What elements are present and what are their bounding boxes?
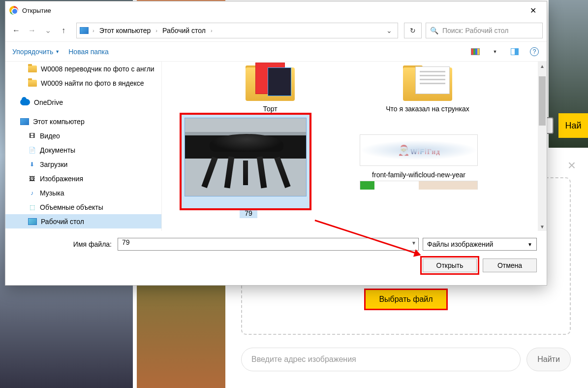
file-item-folder[interactable]: Что я заказал на струнках — [359, 62, 496, 115]
document-icon: 📄 — [28, 146, 36, 154]
sidebar-item-desktop[interactable]: Рабочий стол — [5, 214, 161, 228]
pane-icon — [511, 48, 519, 55]
sidebar-item-label: Рабочий стол — [41, 218, 84, 226]
choose-file-button[interactable]: Выбрать файл — [364, 289, 448, 310]
sidebar-item-music[interactable]: ♪ Музыка — [5, 186, 161, 200]
image-url-input[interactable]: Введите адрес изображения — [241, 348, 521, 371]
folder-thumbnail — [391, 62, 464, 101]
find-button[interactable]: Найти — [526, 348, 571, 371]
new-folder-button[interactable]: Новая папка — [68, 48, 109, 56]
scroll-up-arrow[interactable]: ▲ — [538, 62, 547, 70]
breadcrumb-dropdown[interactable]: ⌄ — [384, 27, 395, 34]
cube-icon: ⬚ — [28, 203, 36, 211]
help-icon: ? — [530, 47, 539, 56]
sidebar-item-label: Изображения — [40, 175, 83, 183]
folder-thumbnail — [233, 62, 307, 101]
pc-icon — [20, 118, 29, 125]
scroll-down-arrow[interactable]: ▼ — [538, 222, 547, 231]
sidebar-item-label: Объемные объекты — [40, 203, 103, 211]
sidebar-item-3dobjects[interactable]: ⬚ Объемные объекты — [5, 200, 161, 214]
chrome-icon — [9, 6, 18, 15]
file-item-folder[interactable]: Торт — [201, 62, 339, 115]
nav-history-dropdown[interactable]: ⌄ — [41, 24, 55, 37]
dialog-close-button[interactable]: ✕ — [523, 3, 543, 18]
view-dropdown[interactable]: ▼ — [490, 46, 500, 57]
thumbnails-icon — [471, 48, 480, 55]
sidebar-item-thispc[interactable]: Этот компьютер — [5, 114, 161, 129]
scrollbar[interactable]: ▲ ▼ — [538, 62, 547, 231]
sidebar-item-folder[interactable]: W0008 переводчик по фото с англи — [5, 62, 161, 76]
image-thumbnail — [182, 115, 309, 208]
file-item-image-selected[interactable]: 79 — [182, 115, 315, 218]
images-icon: 🖼 — [28, 175, 36, 183]
file-open-dialog: Открытие ✕ ← → ⌄ ↑ › Этот компьютер › Ра… — [5, 1, 547, 286]
file-item-image[interactable]: 🎅 WiFiГид front-family-wificloud-new-yea… — [355, 115, 483, 218]
cancel-button[interactable]: Отмена — [483, 259, 537, 272]
file-label: Что я заказал на струнках — [359, 103, 496, 115]
chevron-right-icon[interactable]: › — [91, 28, 96, 33]
breadcrumb-folder[interactable]: Рабочий стол — [161, 25, 207, 36]
toolbar: Упорядочить▼ Новая папка ▼ ? — [5, 42, 547, 62]
download-icon: ⬇ — [28, 161, 36, 168]
sidebar-item-onedrive[interactable]: OneDrive — [5, 95, 161, 109]
sidebar-item-folder[interactable]: W0009 найти по фото в яндексе — [5, 76, 161, 90]
chevron-right-icon[interactable]: › — [154, 28, 159, 33]
folder-icon — [28, 80, 37, 87]
folder-icon — [28, 65, 37, 72]
dialog-title: Открытие — [22, 7, 523, 14]
nav-bar: ← → ⌄ ↑ › Этот компьютер › Рабочий стол … — [5, 19, 547, 42]
scroll-thumb[interactable] — [539, 76, 546, 126]
file-label: 79 — [240, 208, 257, 218]
open-button[interactable]: Открыть — [423, 259, 477, 272]
file-label: front-family-wificloud-new-year — [355, 169, 483, 181]
nav-forward-button[interactable]: → — [25, 24, 39, 37]
sidebar-item-downloads[interactable]: ⬇ Загрузки — [5, 157, 161, 171]
refresh-button[interactable]: ↻ — [404, 23, 422, 38]
chevron-down-icon: ▼ — [527, 242, 532, 247]
chevron-down-icon[interactable]: ▼ — [411, 240, 416, 246]
view-mode-button[interactable] — [470, 46, 481, 57]
breadcrumb-root[interactable]: Этот компьютер — [98, 25, 152, 36]
sidebar-item-label: OneDrive — [34, 98, 63, 106]
help-button[interactable]: ? — [529, 46, 540, 57]
search-input[interactable]: 🔍 Поиск: Рабочий стол — [426, 23, 543, 38]
sidebar-item-label: Этот компьютер — [33, 118, 85, 126]
sidebar-item-label: W0009 найти по фото в яндексе — [41, 79, 144, 87]
chevron-down-icon: ▼ — [55, 49, 60, 54]
breadcrumb[interactable]: › Этот компьютер › Рабочий стол › ⌄ — [76, 23, 398, 38]
dialog-footer: Имя файла: 79 ▼ Файлы изображений ▼ Откр… — [5, 231, 547, 280]
sidebar-item-label: Документы — [40, 146, 75, 154]
titlebar: Открытие ✕ — [5, 1, 547, 19]
filename-input[interactable]: 79 ▼ — [118, 238, 419, 251]
image-thumbnail-partial — [360, 181, 478, 190]
sidebar-item-label: Музыка — [40, 189, 64, 197]
organize-menu[interactable]: Упорядочить▼ — [12, 48, 60, 56]
image-thumbnail: 🎅 WiFiГид — [360, 134, 478, 166]
search-icon: 🔍 — [430, 27, 438, 34]
file-type-filter[interactable]: Файлы изображений ▼ — [423, 238, 537, 251]
pc-icon — [80, 27, 89, 34]
panel-close-icon[interactable]: × — [568, 158, 576, 173]
sidebar-item-label: Загрузки — [40, 161, 67, 168]
nav-back-button[interactable]: ← — [9, 24, 23, 37]
desktop-icon — [28, 218, 37, 225]
file-list: Торт Что я заказал на струнках — [162, 62, 547, 231]
sidebar-item-videos[interactable]: 🎞 Видео — [5, 129, 161, 143]
search-placeholder: Поиск: Рабочий стол — [442, 27, 508, 34]
filename-label: Имя файла: — [15, 240, 114, 248]
nav-up-button[interactable]: ↑ — [57, 24, 70, 37]
chevron-right-icon[interactable]: › — [209, 28, 215, 33]
bg-search-button[interactable]: Най — [558, 113, 588, 138]
sidebar-item-documents[interactable]: 📄 Документы — [5, 143, 161, 157]
sidebar-item-pictures[interactable]: 🖼 Изображения — [5, 171, 161, 186]
sidebar: W0008 переводчик по фото с англи W0009 н… — [5, 62, 162, 231]
file-label: Торт — [201, 103, 339, 115]
video-icon: 🎞 — [28, 132, 36, 140]
music-icon: ♪ — [28, 189, 36, 197]
preview-pane-button[interactable] — [509, 46, 520, 57]
onedrive-icon — [20, 99, 30, 105]
sidebar-item-label: Видео — [40, 132, 60, 140]
sidebar-item-label: W0008 переводчик по фото с англи — [41, 65, 155, 73]
